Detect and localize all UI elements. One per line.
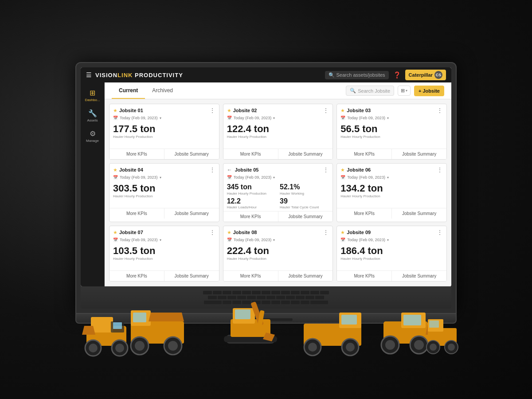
card-04-footer: More KPIs Jobsite Summary bbox=[110, 208, 219, 219]
tab-group: Current Archived bbox=[112, 83, 180, 99]
date-dropdown[interactable]: ▾ bbox=[387, 238, 389, 242]
metric-label: Hauler Hourly Production bbox=[340, 257, 443, 261]
more-kpis-button[interactable]: More KPIs bbox=[110, 271, 164, 281]
date-dropdown[interactable]: ▾ bbox=[273, 116, 275, 120]
metric-value: 56.5 ton bbox=[340, 124, 443, 134]
card-09-date: 📅 Today (Feb 09, 2023) ▾ bbox=[337, 238, 446, 244]
star-icon[interactable]: ★ bbox=[113, 108, 117, 113]
more-options-icon[interactable]: ⋮ bbox=[323, 107, 329, 114]
keyboard-decoration bbox=[81, 286, 451, 309]
card-07-title: Jobsite 07 bbox=[119, 230, 143, 235]
jobsite-summary-button[interactable]: Jobsite Summary bbox=[278, 149, 333, 159]
global-search[interactable]: 🔍 Search assets/jobsites bbox=[325, 71, 389, 79]
calendar-icon: 📅 bbox=[227, 175, 232, 180]
add-jobsite-button[interactable]: + Jobsite bbox=[414, 86, 444, 96]
more-kpis-button[interactable]: More KPIs bbox=[223, 149, 278, 159]
jobsite-summary-button[interactable]: Jobsite Summary bbox=[392, 149, 446, 159]
star-icon[interactable]: ★ bbox=[340, 108, 345, 113]
tab-current[interactable]: Current bbox=[112, 83, 145, 99]
sidebar-item-manage[interactable]: ⚙ Manage bbox=[82, 127, 103, 145]
more-options-icon[interactable]: ⋮ bbox=[437, 229, 443, 236]
jobsite-summary-button[interactable]: Jobsite Summary bbox=[278, 211, 333, 222]
card-07-header: ★ Jobsite 07 ⋮ bbox=[110, 226, 219, 238]
jobsite-summary-button[interactable]: Jobsite Summary bbox=[164, 271, 219, 281]
metric-label-1: Hauler Hourly Production bbox=[227, 192, 276, 196]
metric-label: Hauler Hourly Production bbox=[340, 194, 443, 198]
jobsite-card-06: ★ Jobsite 06 ⋮ 📅 Today (Feb 09, 2023) ▾ bbox=[336, 163, 447, 222]
more-options-icon[interactable]: ⋮ bbox=[437, 107, 443, 114]
jobsite-summary-button[interactable]: Jobsite Summary bbox=[278, 271, 333, 281]
card-09-body: 186.4 ton Hauler Hourly Production bbox=[337, 244, 446, 270]
card-09-header: ★ Jobsite 09 ⋮ bbox=[337, 226, 446, 238]
card-07-footer: More KPIs Jobsite Summary bbox=[110, 270, 219, 281]
tab-archived[interactable]: Archived bbox=[145, 83, 180, 99]
jobsite-card-01: ★ Jobsite 01 ⋮ 📅 Today (Feb 09, 2023) ▾ bbox=[109, 104, 219, 160]
card-02-body: 122.4 ton Hauler Hourly Production bbox=[223, 122, 333, 149]
jobsite-summary-button[interactable]: Jobsite Summary bbox=[164, 149, 219, 159]
sidebar-item-assets[interactable]: 🔧 Assets bbox=[82, 106, 103, 125]
star-icon[interactable]: ★ bbox=[113, 230, 117, 235]
more-options-icon[interactable]: ⋮ bbox=[209, 107, 215, 114]
more-options-icon[interactable]: ⋮ bbox=[323, 166, 329, 173]
more-kpis-button[interactable]: More KPIs bbox=[337, 149, 392, 159]
star-icon[interactable]: ★ bbox=[340, 167, 345, 173]
view-toggle[interactable]: ⊞ ▾ bbox=[398, 86, 411, 96]
more-kpis-button[interactable]: More KPIs bbox=[110, 149, 164, 159]
dropdown-arrow: ▾ bbox=[406, 89, 407, 93]
star-icon[interactable]: ★ bbox=[227, 230, 231, 235]
card-09-footer: More KPIs Jobsite Summary bbox=[337, 270, 446, 281]
card-05-title: Jobsite 05 bbox=[235, 167, 259, 172]
metric-value: 122.4 ton bbox=[227, 124, 329, 134]
card-01-title-row: ★ Jobsite 01 bbox=[113, 108, 143, 113]
metric-label: Hauler Hourly Production bbox=[113, 194, 215, 198]
more-options-icon[interactable]: ⋮ bbox=[209, 166, 215, 173]
more-kpis-button[interactable]: More KPIs bbox=[223, 211, 278, 222]
more-kpis-button[interactable]: More KPIs bbox=[337, 208, 392, 219]
jobsite-summary-button[interactable]: Jobsite Summary bbox=[164, 208, 219, 219]
date-dropdown[interactable]: ▾ bbox=[387, 116, 389, 120]
card-04-title-row: ★ Jobsite 04 bbox=[113, 167, 143, 173]
card-06-body: 134.2 ton Hauler Hourly Production bbox=[337, 181, 446, 208]
main-layout: ⊞ Dashbo... 🔧 Assets ⚙ Manage bbox=[81, 82, 451, 286]
metrics-row-1: 345 ton Hauler Hourly Production 52.1% H… bbox=[227, 183, 329, 196]
date-dropdown[interactable]: ▾ bbox=[160, 116, 161, 120]
card-03-date: 📅 Today (Feb 09, 2023) ▾ bbox=[337, 116, 446, 122]
more-kpis-button[interactable]: More KPIs bbox=[223, 271, 278, 281]
date-dropdown[interactable]: ▾ bbox=[160, 238, 161, 242]
date-dropdown[interactable]: ▾ bbox=[160, 176, 161, 180]
more-kpis-button[interactable]: More KPIs bbox=[110, 208, 164, 219]
date-dropdown[interactable]: ▾ bbox=[387, 176, 389, 180]
more-options-icon[interactable]: ⋮ bbox=[437, 166, 443, 173]
star-icon[interactable]: ★ bbox=[340, 230, 345, 235]
jobsite-summary-button[interactable]: Jobsite Summary bbox=[392, 271, 446, 281]
back-arrow-icon[interactable]: ← bbox=[227, 167, 232, 173]
sidebar-item-dashboard[interactable]: ⊞ Dashbo... bbox=[82, 86, 103, 105]
calendar-icon: 📅 bbox=[340, 116, 345, 120]
assets-icon: 🔧 bbox=[88, 109, 97, 117]
jobsite-search[interactable]: 🔍 Search Jobsite bbox=[346, 86, 394, 96]
more-options-icon[interactable]: ⋮ bbox=[323, 229, 329, 236]
date-dropdown[interactable]: ▾ bbox=[273, 176, 275, 180]
user-menu-button[interactable]: Caterpillar CS bbox=[405, 70, 446, 80]
grid-icon: ⊞ bbox=[401, 88, 405, 94]
help-icon[interactable]: ❓ bbox=[393, 71, 401, 78]
metrics-row-2: 12.2 Hauler Loads/Hour 39 Hauler Total C… bbox=[227, 197, 329, 210]
metric-value: 222.4 ton bbox=[227, 246, 329, 256]
calendar-icon: 📅 bbox=[227, 116, 232, 120]
calendar-icon: 📅 bbox=[113, 175, 118, 180]
date-dropdown[interactable]: ▾ bbox=[273, 238, 275, 242]
metric-value: 177.5 ton bbox=[113, 124, 215, 134]
calendar-icon: 📅 bbox=[113, 116, 118, 120]
star-icon[interactable]: ★ bbox=[113, 167, 117, 173]
more-kpis-button[interactable]: More KPIs bbox=[337, 271, 392, 281]
menu-icon[interactable]: ☰ bbox=[86, 71, 92, 78]
card-07-title-row: ★ Jobsite 07 bbox=[113, 230, 143, 235]
card-03-body: 56.5 ton Hauler Hourly Production bbox=[337, 122, 446, 149]
star-icon[interactable]: ★ bbox=[227, 108, 231, 113]
nav-left: ☰ VISIONLINK PRODUCTIVITY bbox=[86, 71, 183, 78]
jobsite-card-05: ← Jobsite 05 ⋮ 📅 Today (Feb 09, 2023) ▾ bbox=[223, 163, 333, 222]
card-05-title-row: ← Jobsite 05 bbox=[227, 167, 259, 173]
more-options-icon[interactable]: ⋮ bbox=[209, 229, 215, 236]
jobsite-summary-button[interactable]: Jobsite Summary bbox=[392, 208, 446, 219]
dashboard-icon: ⊞ bbox=[90, 89, 95, 97]
